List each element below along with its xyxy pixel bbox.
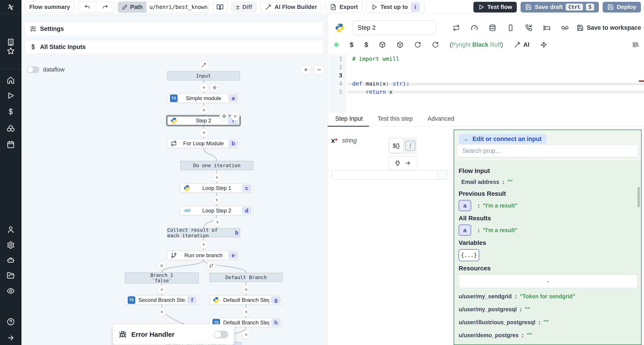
add-step-button[interactable] — [158, 308, 166, 317]
id-chip[interactable]: a — [459, 225, 471, 236]
connect-input-button[interactable] — [388, 156, 417, 170]
flow-node-loop-step2[interactable]: -GO Loop Step 2 d — [180, 206, 253, 215]
flow-node-second-branch-step1[interactable]: TS Second Branch Step 1 f — [125, 295, 199, 305]
database-icon[interactable] — [489, 24, 496, 31]
flow-node-collect-result[interactable]: Collect result of each iteration b — [167, 228, 240, 237]
flow-canvas[interactable]: Settings All Static Inputs dataflow + − — [22, 14, 327, 345]
add-step-button[interactable] — [242, 330, 251, 339]
help-icon[interactable] — [0, 316, 22, 328]
delete-step-button[interactable] — [231, 112, 240, 121]
search-prop-input[interactable] — [457, 144, 638, 157]
redo-button[interactable] — [96, 2, 114, 12]
home-icon[interactable] — [0, 74, 22, 86]
add-branch-button[interactable] — [207, 261, 216, 270]
code-line[interactable]: 2 — [328, 63, 644, 71]
audit-eye-icon[interactable] — [0, 285, 22, 297]
flow-node-default-branch[interactable]: Default Branch — [210, 273, 283, 282]
input-end-cell[interactable] — [437, 170, 448, 179]
add-step-button[interactable] — [199, 240, 208, 249]
flow-node-default-branch-step1[interactable]: Default Branch Step 1 g — [210, 295, 283, 305]
undo-button[interactable] — [79, 2, 96, 12]
resource-row[interactable]: u/ruben-user/u/ruben-user/my_flow_2/g/al… — [459, 344, 638, 345]
code-line[interactable]: 3 — [328, 71, 644, 79]
scrollbar-thumb[interactable] — [638, 187, 640, 207]
add-step-button[interactable] — [242, 285, 251, 294]
favorites-star-icon[interactable] — [0, 45, 22, 57]
function-mode-button[interactable]: f — [406, 141, 415, 151]
flow-node-for-loop[interactable]: For Loop Module b — [167, 139, 240, 148]
ai-assist-button[interactable]: AI — [514, 41, 530, 48]
flow-node-loop-step1[interactable]: Loop Step 1 c — [180, 183, 253, 193]
phone-incoming-icon[interactable] — [525, 24, 532, 31]
save-to-workspace-button[interactable]: Save to workspace — [577, 20, 641, 35]
arg-value-input[interactable] — [332, 170, 448, 179]
add-step-button[interactable] — [213, 218, 222, 227]
save-draft-button[interactable]: Save draftCtrlS — [520, 2, 599, 12]
resource-row[interactable]: u/user/demo_postgres : "" — [459, 331, 638, 340]
bed-icon[interactable] — [544, 24, 550, 31]
ai-wand-circle[interactable] — [198, 60, 209, 70]
resource-type-selector[interactable]: - — [459, 275, 638, 288]
code-line[interactable]: 1# import wmill — [328, 55, 644, 63]
diff-button[interactable]: ±Diff — [231, 2, 257, 12]
package-icon[interactable] — [397, 41, 404, 48]
add-step-button[interactable] — [200, 128, 208, 137]
move-step-button[interactable] — [220, 112, 228, 121]
resource-row[interactable]: u/user/my_postgresql : "" — [459, 305, 638, 314]
users-icon[interactable] — [0, 223, 22, 236]
refresh-icon[interactable] — [432, 41, 439, 48]
tab-step-input[interactable]: Step Input — [335, 113, 363, 126]
flow-input-row[interactable]: Email address : "" — [459, 177, 638, 187]
test-up-to-button[interactable]: Test up toi — [366, 2, 424, 12]
id-chip[interactable]: {...} — [459, 249, 479, 261]
id-chip[interactable]: a — [459, 200, 471, 211]
test-flow-button[interactable]: Test flow — [474, 2, 517, 12]
library-icon[interactable] — [632, 37, 639, 52]
voicemail-icon[interactable] — [562, 24, 568, 31]
flow-node-step2[interactable]: Step 2 i — [167, 116, 240, 125]
refresh-icon[interactable] — [414, 41, 421, 48]
template-mode-button[interactable]: ${} — [389, 139, 403, 153]
tab-advanced[interactable]: Advanced — [428, 113, 454, 126]
schedules-icon[interactable] — [0, 138, 22, 151]
variables-icon[interactable] — [0, 105, 22, 118]
trigger-bolt-button[interactable] — [210, 83, 219, 92]
result-row[interactable]: {...} — [459, 249, 638, 261]
add-step-button[interactable] — [200, 106, 208, 115]
flow-node-input[interactable]: Input — [167, 71, 240, 80]
tab-test-this-step[interactable]: Test this step — [378, 113, 413, 126]
package-icon[interactable] — [379, 41, 386, 48]
code-line[interactable]: 5 return x — [328, 88, 644, 96]
flow-node-simple-module[interactable]: TS Simple module a — [167, 94, 240, 103]
dollar-icon[interactable]: $ — [350, 41, 354, 48]
flow-summary-button[interactable]: Flow summary — [24, 2, 75, 12]
gauge-icon[interactable] — [471, 24, 478, 31]
resources-icon[interactable] — [0, 122, 22, 134]
collapse-rail-icon[interactable] — [0, 332, 22, 344]
flow-node-do-one-iteration[interactable]: Do one iteration — [180, 161, 253, 170]
docs-book-button[interactable] — [213, 2, 228, 12]
folders-icon[interactable] — [0, 269, 22, 282]
settings-gear-icon[interactable] — [0, 239, 22, 251]
repeat-icon[interactable] — [453, 24, 460, 31]
edit-or-connect-chip[interactable]: ← Edit or connect an input — [459, 134, 546, 144]
flow-node-branch1[interactable]: Branch 1 `false` — [125, 272, 199, 283]
path-input[interactable]: u/henri/best_known — [146, 2, 209, 12]
add-step-button[interactable] — [212, 173, 222, 182]
mobile-icon[interactable] — [507, 24, 514, 31]
runs-icon[interactable] — [0, 89, 22, 102]
deploy-button[interactable]: Deploy — [603, 2, 641, 12]
error-handler-toggle[interactable] — [214, 331, 228, 338]
remove-branch-button[interactable] — [157, 261, 166, 270]
workers-robot-icon[interactable] — [0, 254, 22, 267]
windmill-logo-icon[interactable] — [0, 1, 22, 13]
add-step-button[interactable] — [212, 196, 222, 204]
flow-node-run-one-branch[interactable]: Run one branch e — [167, 251, 240, 260]
add-step-button[interactable] — [158, 285, 166, 294]
path-control[interactable]: Path u/henri/best_known — [118, 1, 209, 13]
resource-row[interactable]: u/user/illustrious_postgresql : "" — [459, 318, 638, 327]
add-step-button[interactable] — [200, 83, 208, 92]
error-handler-bar[interactable]: Error Handler — [113, 324, 234, 345]
code-editor[interactable]: 1# import wmill234def main(x: str):5 ret… — [328, 54, 644, 113]
resource-row[interactable]: u/user/my_sendgrid : "Token for sendgrid… — [459, 292, 638, 301]
